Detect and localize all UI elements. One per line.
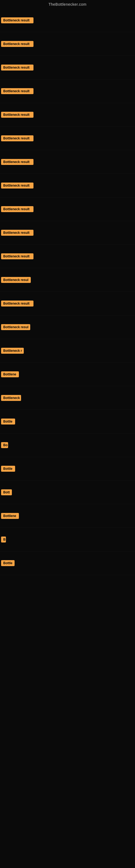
bottleneck-row: Bott (0, 480, 135, 504)
site-title: TheBottlenecker.com (0, 0, 135, 9)
bottleneck-badge[interactable]: Bottleneck result (1, 183, 34, 188)
bottleneck-badge[interactable]: Bottlene (1, 513, 19, 519)
bottleneck-row: Bottle (0, 410, 135, 433)
bottleneck-badge[interactable]: Bottleneck result (1, 230, 34, 236)
bottleneck-row: Bottleneck result (0, 245, 135, 268)
bottleneck-row: Bottleneck result (0, 32, 135, 56)
bottleneck-badge[interactable]: Bottleneck result (1, 301, 34, 307)
bottleneck-badge[interactable]: Bottleneck result (1, 135, 34, 141)
bottleneck-row: Bottleneck (0, 386, 135, 410)
bottleneck-badge[interactable]: Bottleneck result (1, 41, 34, 47)
bottleneck-badge[interactable]: Bottleneck result (1, 65, 34, 70)
bottleneck-badge[interactable]: Bottleneck r (1, 348, 24, 354)
bottleneck-badge[interactable]: Bottleneck result (1, 88, 34, 94)
bottleneck-badge[interactable]: Bottle (1, 466, 15, 472)
bottleneck-row: Bottleneck result (0, 221, 135, 245)
bottleneck-badge[interactable]: Bottleneck (1, 395, 21, 401)
bottleneck-badge[interactable]: Bottleneck result (1, 112, 34, 118)
bottleneck-row: Bottleneck result (0, 80, 135, 103)
bottleneck-badge[interactable]: Bottleneck result (1, 253, 34, 259)
bottleneck-badge[interactable]: Bottle (1, 418, 15, 425)
bottleneck-row: Bottleneck result (0, 56, 135, 80)
bottleneck-row: Bottleneck result (0, 127, 135, 150)
bottleneck-badge[interactable]: Bottle (1, 560, 14, 566)
bottleneck-badge[interactable]: Bottlene (1, 371, 19, 377)
filler-space (0, 575, 135, 868)
bottleneck-badge[interactable]: Bo (1, 442, 8, 448)
bottleneck-badge[interactable]: Bottleneck resul (1, 324, 30, 330)
bottleneck-row: Bottleneck result (0, 174, 135, 197)
bottleneck-row: Bottleneck r (0, 339, 135, 363)
bottleneck-row: Bottleneck result (0, 197, 135, 221)
bottleneck-badge[interactable]: B (1, 536, 6, 542)
site-title-text: TheBottlenecker.com (48, 2, 86, 6)
bottleneck-row: Bottleneck result (0, 150, 135, 174)
bottleneck-row: Bottleneck result (0, 292, 135, 315)
bottleneck-row: Bottleneck result (0, 103, 135, 127)
bottleneck-badge[interactable]: Bottleneck resul (1, 277, 31, 283)
rows-container: Bottleneck resultBottleneck resultBottle… (0, 9, 135, 868)
bottleneck-badge[interactable]: Bottleneck result (1, 206, 34, 212)
bottleneck-row: Bo (0, 433, 135, 457)
bottleneck-row: Bottle (0, 457, 135, 480)
bottleneck-row: Bottleneck resul (0, 315, 135, 339)
bottleneck-badge[interactable]: Bottleneck result (1, 18, 34, 23)
bottleneck-badge[interactable]: Bottleneck result (1, 159, 34, 165)
bottleneck-row: Bottlene (0, 504, 135, 528)
bottleneck-row: Bottleneck result (0, 9, 135, 32)
bottleneck-badge[interactable]: Bott (1, 489, 12, 495)
bottleneck-row: Bottlene (0, 363, 135, 386)
bottleneck-row: Bottle (0, 552, 135, 575)
bottleneck-row: Bottleneck resul (0, 268, 135, 292)
bottleneck-row: B (0, 528, 135, 552)
